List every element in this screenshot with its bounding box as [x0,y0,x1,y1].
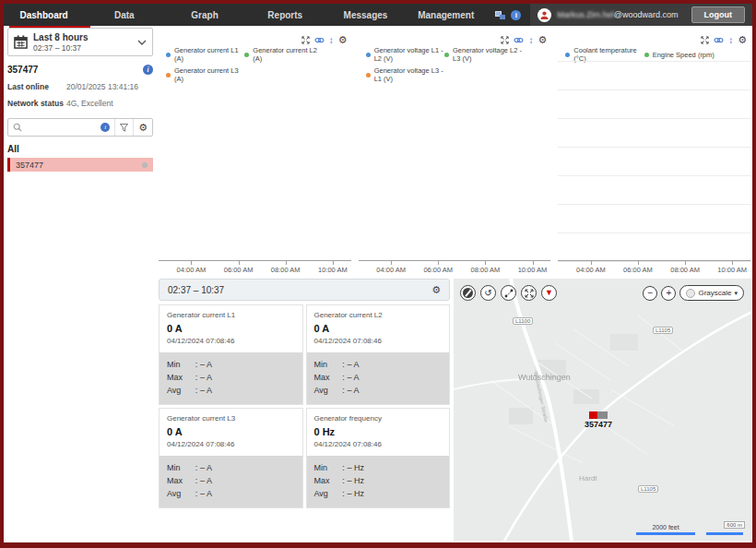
chart-legend: Generator voltage L1 - L2 (V) Generator … [359,46,551,83]
link-icon[interactable] [714,37,724,43]
tab-reports[interactable]: Reports [245,4,325,26]
device-list-item[interactable]: 357477 [7,158,153,172]
legend-label: Engine Speed (rpm) [653,51,715,59]
stats-panel: 02:37 – 10:37 ⚙ Generator current L1 0 A… [159,279,450,508]
avatar[interactable] [537,8,551,22]
device-marker[interactable]: 357477 [585,411,612,429]
series-dot [565,53,570,57]
tab-graph[interactable]: Graph [164,4,244,26]
user-email-name: Markus.Zim.hel [557,10,614,19]
device-info-icon[interactable]: i [143,65,153,75]
info-icon: i [100,123,110,132]
user-email: Markus.Zim.hel@woodward.com [557,10,678,19]
map-route-button[interactable] [501,285,516,301]
card-value: 0 A [167,323,295,334]
gear-icon[interactable]: ⚙ [738,35,747,45]
x-tick-label: 08:00 AM [471,266,501,274]
road-shield: L1105 [638,485,658,493]
device-group-label: All [7,144,153,154]
card-timestamp: 04/12/2024 07:08:46 [314,337,443,345]
map-center-button[interactable] [521,285,537,301]
card-timestamp: 04/12/2024 07:08:46 [167,440,295,448]
map-rotate-button[interactable]: ↺ [480,285,496,301]
zoom-in-button[interactable]: + [661,286,676,301]
max-label: Max [314,475,340,488]
chart-toolbar: ↕ ⚙ [301,35,348,45]
last-online-row: Last online 20/01/2025 13:41:16 [7,82,153,91]
help-icon[interactable]: i [511,10,521,20]
chart-toolbar: ↕ ⚙ [701,35,747,45]
search-input[interactable] [22,123,96,132]
x-tick-label: 10:00 AM [518,266,548,274]
map-controls-left: ↺ ▼ [460,285,557,301]
card-title: Generator current L3 [167,414,295,423]
tab-dashboard[interactable]: Dashboard [4,4,84,26]
filter-button[interactable] [114,119,133,136]
legend-item[interactable]: Generator voltage L2 - L3 (V) [444,46,523,63]
stats-time-range: 02:37 – 10:37 [168,285,224,295]
map-marker-filter-button[interactable]: ▼ [541,285,557,301]
chart-generator-voltage: ↕ ⚙ Generator voltage L1 - L2 (V) Genera… [359,28,551,275]
legend-item[interactable]: Generator current L1 (A) [166,46,244,63]
logout-button[interactable]: Logout [691,6,746,23]
search-info-button[interactable]: i [96,119,114,136]
vertical-arrows-icon[interactable]: ↕ [728,36,733,45]
max-value: – A [200,475,212,488]
zoom-out-button[interactable]: − [643,286,657,301]
x-tick-label: 10:00 AM [318,266,348,274]
charts-row: ↕ ⚙ Generator current L1 (A) Generator c… [159,28,750,275]
chart-coolant-engine: ↕ ⚙ Coolant temperature (°C) Engine Spee… [558,28,750,275]
card-timestamp: 04/12/2024 07:08:46 [167,337,295,345]
chart-gridlines [558,61,750,262]
nav-mini-icons: i [486,10,530,20]
expand-arrows-icon[interactable] [301,36,310,44]
scale-meters-bar [706,532,743,535]
time-range-selector[interactable]: Last 8 hours 02:37 – 10:37 [7,28,153,56]
expand-arrows-icon[interactable] [501,36,509,44]
link-icon[interactable] [314,37,325,43]
x-tick-label: 04:00 AM [177,266,207,274]
x-tick-label: 04:00 AM [376,266,406,274]
legend-item[interactable]: Generator current L2 (A) [244,46,323,63]
card-title: Generator current L1 [167,311,295,319]
legend-item[interactable]: Generator voltage L1 - L2 (V) [366,46,444,63]
stat-card-frequency: Generator frequency 0 Hz 04/12/2024 07:0… [306,408,451,508]
tab-management[interactable]: Management [406,4,486,26]
x-tick-label: 06:00 AM [423,266,453,274]
search-settings-button[interactable]: ⚙ [133,119,152,136]
nav-right: i Markus.Zim.hel@woodward.com Logout [486,4,752,26]
gear-icon[interactable]: ⚙ [338,35,348,45]
chart-legend: Generator current L1 (A) Generator curre… [159,46,351,83]
expand-arrows-icon[interactable] [701,36,709,44]
gear-icon[interactable]: ⚙ [537,35,547,45]
map-compass-button[interactable] [460,285,476,301]
avg-value: – A [348,385,360,398]
map-style-selector[interactable]: Grayscale ▾ [679,285,744,301]
devices-icon[interactable] [495,11,505,19]
max-value: – A [348,372,360,385]
max-value: – A [200,372,212,385]
time-preset-label: Last 8 hours [33,32,88,42]
chart-toolbar: ↕ ⚙ [501,35,547,45]
tab-messages[interactable]: Messages [325,4,406,26]
vertical-arrows-icon[interactable]: ↕ [329,36,334,45]
globe-icon [686,289,695,298]
x-axis: 04:00 AM 06:00 AM 08:00 AM 10:00 AM [558,260,750,275]
tab-data[interactable]: Data [84,4,164,26]
min-value: – A [348,359,360,372]
max-value: – Hz [348,475,365,488]
map-panel[interactable]: ↺ ▼ − + Grayscale ▾ L1100 [454,279,752,541]
gear-icon[interactable]: ⚙ [431,284,441,296]
x-tick-label: 06:00 AM [623,266,653,274]
stat-card-current-l3: Generator current L3 0 A 04/12/2024 07:0… [159,408,303,508]
user-email-domain: @woodward.com [614,10,679,19]
link-icon[interactable] [514,37,524,43]
max-label: Max [314,372,340,385]
legend-item[interactable]: Generator current L3 (A) [166,66,244,83]
legend-label: Generator current L3 (A) [174,66,244,83]
min-value: – A [200,462,212,475]
legend-item[interactable]: Generator voltage L3 - L1 (V) [366,66,444,83]
max-label: Max [167,475,193,488]
chart-generator-current: ↕ ⚙ Generator current L1 (A) Generator c… [159,28,351,275]
vertical-arrows-icon[interactable]: ↕ [528,36,533,45]
